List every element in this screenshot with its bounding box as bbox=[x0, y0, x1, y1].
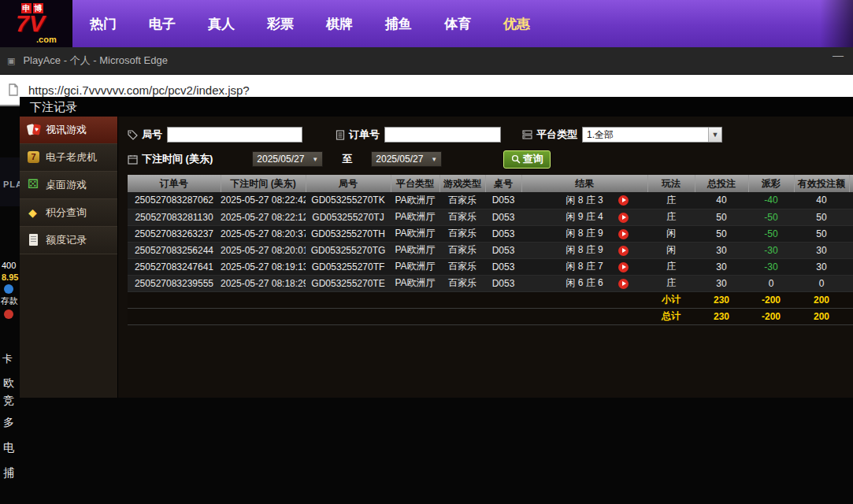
promo-icon[interactable] bbox=[4, 309, 13, 319]
nav-item-8[interactable]: 优惠 bbox=[503, 15, 530, 33]
chevron-down-icon: ▼ bbox=[312, 156, 318, 163]
table-cell: -30 bbox=[748, 242, 794, 258]
table-cell: 0 bbox=[794, 275, 849, 291]
tag-icon bbox=[128, 130, 138, 140]
nav-item-7[interactable]: 体育 bbox=[444, 15, 471, 33]
table-cell: PA欧洲厅 bbox=[391, 209, 439, 225]
nav-item-4[interactable]: 彩票 bbox=[267, 15, 294, 33]
card-label[interactable]: 卡 bbox=[2, 352, 13, 366]
column-header: 派彩 bbox=[748, 175, 794, 192]
site-nav-items: 热门电子真人彩票棋牌捕鱼体育优惠 bbox=[90, 15, 530, 33]
table-cell: -50 bbox=[748, 209, 794, 225]
order-number-input[interactable] bbox=[384, 127, 501, 143]
minimize-button[interactable]: — bbox=[833, 49, 844, 61]
table-cell: -40 bbox=[748, 192, 794, 209]
url-input[interactable]: https://gci.7vvvvvv.com/pc/pcv2/index.js… bbox=[28, 83, 250, 97]
table-cell: 闲 bbox=[647, 225, 695, 242]
platform-type-select[interactable]: 1.全部 ▼ bbox=[582, 127, 722, 143]
table-cell: GD053255270TE bbox=[306, 275, 391, 291]
result-text: 闲 8 庄 7 bbox=[566, 261, 603, 272]
nav-item-1[interactable]: 热门 bbox=[90, 15, 117, 33]
sidebar-item-5[interactable]: 额度记录 bbox=[20, 227, 117, 254]
column-header: 局号 bbox=[306, 175, 391, 192]
left-rail-item-2[interactable]: 竞 bbox=[3, 394, 14, 408]
table-cell: 闲 6 庄 6 bbox=[521, 275, 647, 291]
replay-icon[interactable] bbox=[618, 229, 629, 239]
sidebar-item-1[interactable]: 视讯游戏 bbox=[20, 117, 117, 144]
replay-icon[interactable] bbox=[618, 279, 629, 289]
table-cell: 百家乐 bbox=[439, 258, 485, 275]
table-cell: PA欧洲厅 bbox=[391, 192, 439, 209]
date-to-picker[interactable]: 2025/05/27 ▼ bbox=[371, 151, 442, 167]
grand-total-row: 总计230-200200 bbox=[128, 308, 853, 324]
sidebar-item-label: 视讯游戏 bbox=[46, 123, 87, 137]
table-row: 2505270832870622025-05-27 08:22:42GD0532… bbox=[128, 192, 853, 209]
nav-item-3[interactable]: 真人 bbox=[208, 15, 235, 33]
table-cell: 2025-05-27 08:22:42 bbox=[221, 192, 306, 209]
table-cell: 250527083281130 bbox=[128, 209, 221, 225]
sidebar-item-label: 额度记录 bbox=[46, 233, 87, 247]
table-cell: 250527083263237 bbox=[128, 225, 221, 242]
table-cell: GD053255270TF bbox=[306, 258, 391, 275]
order-label-group: 订单号 bbox=[336, 128, 380, 142]
table-cell: 2025-05-27 08:18:29 bbox=[221, 275, 306, 291]
filter-row-1: 局号 订单号 平台类型 bbox=[128, 126, 853, 143]
sidebar-item-3[interactable]: 桌面游戏 bbox=[20, 172, 117, 199]
table-cell: PA欧洲厅 bbox=[391, 275, 439, 291]
left-rail-item-4[interactable]: 电 bbox=[3, 441, 14, 455]
replay-icon[interactable] bbox=[618, 195, 629, 206]
summary-blank bbox=[849, 291, 853, 308]
edge-titlebar: ▣ PlayAce - 个人 - Microsoft Edge — bbox=[0, 47, 853, 75]
replay-icon[interactable] bbox=[618, 213, 629, 223]
nav-item-5[interactable]: 棋牌 bbox=[326, 15, 353, 33]
round-label-group: 局号 bbox=[128, 128, 162, 142]
platform-selected-value: 1.全部 bbox=[583, 128, 708, 142]
result-text: 闲 6 庄 6 bbox=[566, 277, 603, 288]
subtotal-row-label: 小计 bbox=[647, 291, 695, 308]
column-header: 结果 bbox=[521, 175, 647, 192]
table-cell: 闲 8 庄 7 bbox=[521, 258, 647, 275]
table-cell: 已派彩 bbox=[849, 258, 853, 275]
table-cell: GD053255270TK bbox=[306, 192, 391, 209]
slot-icon bbox=[26, 151, 41, 164]
table-cell: 30 bbox=[794, 242, 849, 258]
sidebar-item-2[interactable]: 电子老虎机 bbox=[20, 144, 117, 172]
deposit-label[interactable]: 存款 bbox=[1, 295, 18, 307]
nav-item-6[interactable]: 捕鱼 bbox=[385, 15, 412, 33]
table-cell: D053 bbox=[485, 275, 521, 291]
subtotal-row-total-bet: 230 bbox=[695, 291, 748, 308]
table-cell: 已派彩 bbox=[849, 209, 853, 225]
table-cell: 250527083287062 bbox=[128, 192, 221, 209]
chevron-down-icon: ▼ bbox=[431, 156, 437, 163]
table-cell: PA欧洲厅 bbox=[391, 242, 439, 258]
round-input[interactable] bbox=[167, 127, 302, 143]
sidebar-item-4[interactable]: 积分查询 bbox=[20, 199, 117, 227]
bet-time-label-group: 下注时间 (美东) bbox=[128, 152, 213, 166]
search-button[interactable]: 查询 bbox=[503, 150, 551, 169]
left-rail-item-5[interactable]: 捕 bbox=[3, 466, 14, 480]
table-cell: 50 bbox=[794, 225, 849, 242]
replay-icon[interactable] bbox=[618, 262, 629, 272]
platform-label: 平台类型 bbox=[536, 128, 577, 142]
column-header: 状态 bbox=[849, 175, 853, 192]
left-rail-item-1[interactable]: 欧 bbox=[3, 376, 14, 391]
table-cell: GD053255270TG bbox=[306, 242, 391, 258]
date-from-picker[interactable]: 2025/05/27 ▼ bbox=[252, 151, 323, 167]
table-cell: 250527083239555 bbox=[128, 275, 221, 291]
table-cell: 30 bbox=[695, 242, 748, 258]
table-cell: 50 bbox=[695, 209, 748, 225]
left-rail-item-3[interactable]: 多 bbox=[3, 416, 14, 430]
table-cell: D053 bbox=[485, 258, 521, 275]
deposit-icon[interactable] bbox=[4, 284, 13, 294]
subtotal-row-payout: -200 bbox=[748, 291, 794, 308]
calendar-icon bbox=[128, 154, 138, 165]
grand-total-row-total-bet: 230 bbox=[695, 308, 748, 324]
column-header: 游戏类型 bbox=[439, 175, 485, 192]
table-cell: 庄 bbox=[647, 258, 695, 275]
chevron-down-icon: ▼ bbox=[708, 128, 721, 142]
site-logo[interactable]: 申 博 7V .com bbox=[0, 0, 72, 47]
site-nav: 申 博 7V .com 热门电子真人彩票棋牌捕鱼体育优惠 bbox=[0, 0, 853, 47]
table-cell: 闲 8 庄 3 bbox=[521, 192, 647, 209]
replay-icon[interactable] bbox=[618, 246, 629, 256]
nav-item-2[interactable]: 电子 bbox=[149, 15, 176, 33]
